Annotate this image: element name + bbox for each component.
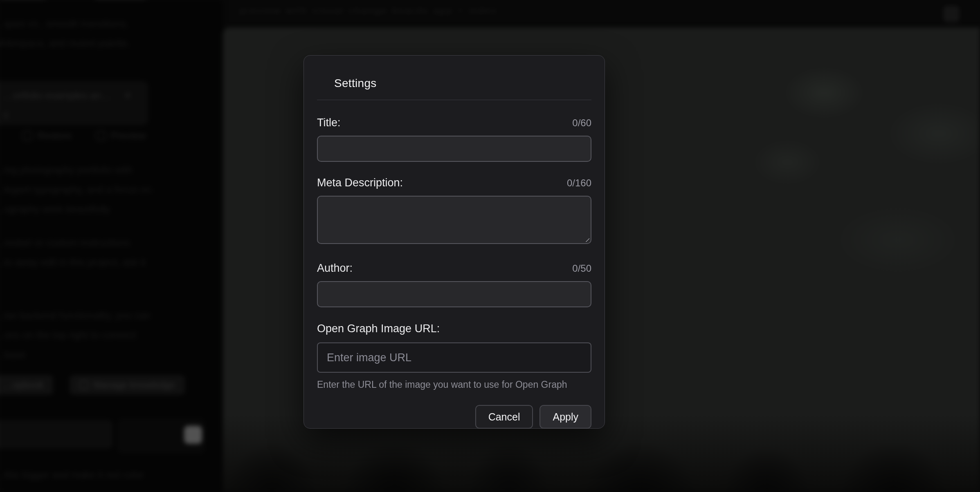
chat-message-line: …ons on the top right to connect: [0, 329, 136, 341]
chat-edit-card: …ortfolio examples an… × g: [0, 81, 148, 125]
chat-input: [0, 420, 113, 449]
chat-message-line: …restart or custom instructions: [0, 237, 130, 248]
settings-modal: Settings Title: 0/60 Meta Description: 0…: [303, 55, 605, 429]
send-icon: [184, 426, 202, 444]
chat-message-line: …legant typography, and a focus on: [0, 184, 151, 195]
divider: [317, 100, 591, 100]
meta-description-field-label: Meta Description:: [317, 177, 403, 189]
title-char-counter: 0/60: [572, 117, 591, 129]
topbar-breadcrumb: preview with visual change boards app + …: [239, 5, 498, 16]
knowledge-icon: [79, 380, 88, 389]
og-image-url-helper-text: Enter the URL of the image you want to u…: [317, 379, 591, 390]
manage-knowledge-button: Manage knowledge: [70, 375, 184, 395]
apply-button[interactable]: Apply: [539, 405, 591, 429]
chat-edit-card-title: …ortfolio examples an…: [3, 90, 111, 101]
playbook-button: …opbook: [0, 375, 53, 395]
title-input[interactable]: [317, 136, 591, 162]
chat-sidebar: …ques vs., smooth transitions, whitespac…: [0, 0, 223, 492]
restore-icon: [22, 131, 32, 141]
chat-message-line: …ography work beautifully: [0, 204, 110, 215]
og-image-url-field-label: Open Graph Image URL:: [317, 322, 440, 335]
sidebar-button-row: …opbook Manage knowledge: [0, 375, 185, 395]
chat-hint-line: …this bigger and make it red color: [0, 469, 144, 481]
meta-description-textarea[interactable]: [317, 196, 591, 244]
author-input[interactable]: [317, 281, 591, 307]
chat-message-line: …base: [0, 349, 25, 360]
chat-message-line: …ing photography portfolio with: [0, 164, 133, 176]
title-field-label: Title:: [317, 116, 341, 129]
chat-message-line: whitespace, and muted palette.: [0, 38, 130, 49]
modal-title: Settings: [317, 56, 591, 90]
chat-message-line: …ise backend functionality, you can: [0, 310, 150, 321]
preview-button: Preview: [96, 130, 146, 141]
meta-description-char-counter: 0/160: [567, 177, 591, 189]
topbar-settings-icon: [943, 6, 960, 22]
author-field-label: Author:: [317, 262, 353, 275]
close-icon: ×: [125, 89, 131, 102]
author-char-counter: 0/50: [572, 263, 591, 274]
chat-message-line: …to away edit in this project, ask it: [0, 257, 146, 268]
cancel-button[interactable]: Cancel: [475, 405, 533, 429]
og-image-url-input[interactable]: [317, 342, 591, 373]
chat-message-line: …ques vs., smooth transitions,: [0, 18, 128, 29]
message-action-row: Restore Preview: [22, 130, 146, 141]
chat-edit-card-sub: g: [3, 109, 8, 119]
preview-icon: [96, 131, 106, 141]
restore-button: Restore: [22, 130, 72, 141]
